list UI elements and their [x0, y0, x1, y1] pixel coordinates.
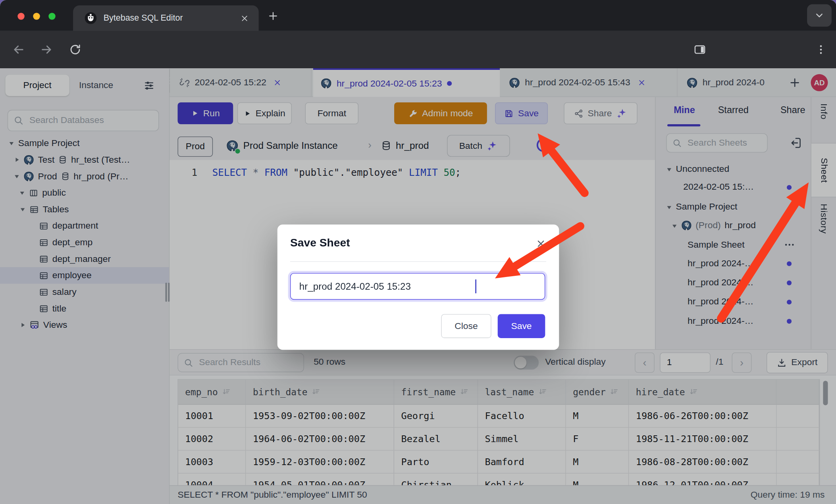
side-panel-icon[interactable] [693, 43, 706, 56]
traffic-light-zoom[interactable] [48, 13, 55, 19]
browser-window: Bytebase SQL Editor localhost:8080/sql-e… [0, 0, 836, 504]
browser-tab-title: Bytebase SQL Editor [104, 13, 240, 23]
dialog-close-icon[interactable] [536, 239, 546, 249]
back-icon[interactable] [12, 43, 26, 57]
traffic-light-close[interactable] [17, 13, 24, 19]
forward-icon[interactable] [39, 43, 53, 57]
dialog-title: Save Sheet [290, 236, 350, 249]
dialog-close-label: Close [455, 321, 478, 331]
browser-toolbar: localhost:8080/sql-editor/prod-sample-in… [0, 31, 836, 68]
browser-tab[interactable]: Bytebase SQL Editor [73, 5, 259, 31]
new-tab-icon[interactable] [267, 10, 279, 22]
tab-search-button[interactable] [807, 4, 832, 27]
reload-icon[interactable] [69, 43, 81, 56]
save-sheet-dialog: Save Sheet Close Save [277, 225, 559, 350]
dialog-divider [290, 261, 546, 262]
traffic-light-minimize[interactable] [33, 13, 40, 19]
sheet-name-field[interactable] [290, 273, 545, 300]
browser-menu-icon[interactable] [815, 44, 827, 56]
tab-close-icon[interactable] [240, 13, 249, 23]
browser-tab-strip: Bytebase SQL Editor [0, 0, 836, 31]
screenshot-stage: Bytebase SQL Editor localhost:8080/sql-e… [0, 0, 836, 504]
sheet-name-input[interactable] [298, 280, 524, 292]
chevron-down-icon [814, 10, 825, 21]
dialog-close-button[interactable]: Close [441, 314, 491, 338]
dialog-save-label: Save [511, 321, 532, 331]
bytebase-favicon [84, 12, 97, 25]
dialog-save-button[interactable]: Save [498, 314, 545, 338]
text-caret [475, 279, 476, 293]
